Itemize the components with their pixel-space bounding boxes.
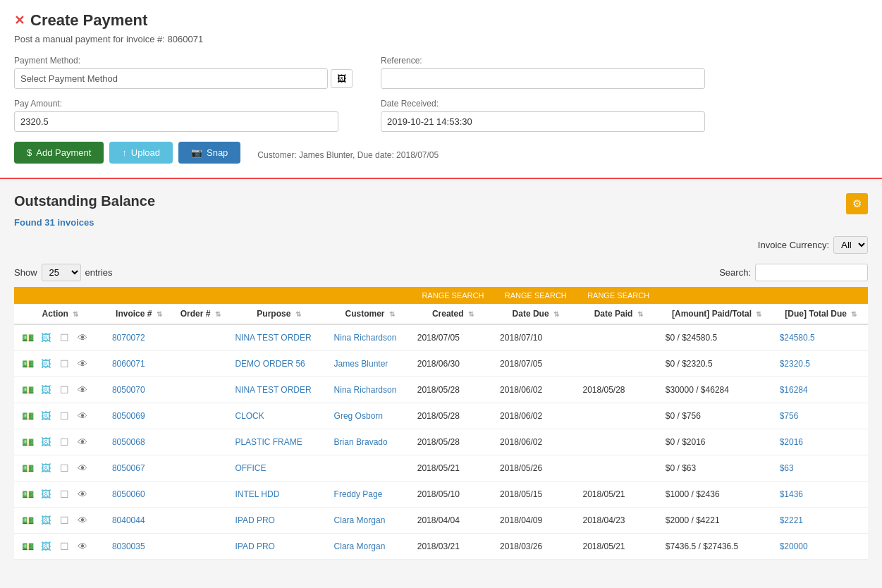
action-check-icon[interactable]: ☐ <box>56 539 72 554</box>
action-check-icon[interactable]: ☐ <box>56 513 72 528</box>
purpose-cell-link[interactable]: OFFICE <box>235 463 266 473</box>
action-view-icon[interactable]: 🖼 <box>38 486 54 502</box>
show-select[interactable]: 25 10 50 100 <box>42 264 81 281</box>
customer-cell[interactable]: Clara Morgan <box>329 508 412 534</box>
purpose-cell-link[interactable]: INTEL HDD <box>235 489 279 499</box>
total-due-cell-link[interactable]: $2221 <box>780 515 803 525</box>
purpose-cell-link[interactable]: IPAD PRO <box>235 541 274 551</box>
total-due-cell-link[interactable]: $2320.5 <box>780 359 810 369</box>
col-invoice[interactable]: Invoice # ⇅ <box>106 304 171 324</box>
customer-cell-link[interactable]: James Blunter <box>334 359 388 369</box>
total-due-cell-link[interactable]: $63 <box>780 463 794 473</box>
action-eye-icon[interactable]: 👁 <box>75 382 90 398</box>
invoice-cell[interactable]: 8030035 <box>106 534 171 560</box>
action-view-icon[interactable]: 🖼 <box>38 408 54 424</box>
customer-cell-link[interactable]: Freddy Page <box>334 489 383 499</box>
action-eye-icon[interactable]: 👁 <box>75 460 90 476</box>
invoice-cell[interactable]: 8050070 <box>106 377 171 403</box>
close-icon[interactable]: ✕ <box>14 13 25 28</box>
purpose-cell[interactable]: IPAD PRO <box>229 534 328 560</box>
purpose-cell[interactable]: INTEL HDD <box>229 482 328 508</box>
total-due-cell[interactable]: $756 <box>774 403 868 429</box>
purpose-cell[interactable]: CLOCK <box>229 403 328 429</box>
purpose-cell[interactable]: NINA TEST ORDER <box>229 377 328 403</box>
action-pay-icon[interactable]: 💵 <box>20 330 35 345</box>
invoice-cell[interactable]: 8050060 <box>106 482 171 508</box>
action-check-icon[interactable]: ☐ <box>56 486 72 502</box>
action-pay-icon[interactable]: 💵 <box>20 356 35 372</box>
invoice-cell[interactable]: 8050067 <box>106 455 171 482</box>
col-date-paid[interactable]: Date Paid ⇅ <box>577 304 659 324</box>
invoice-cell-link[interactable]: 8060071 <box>112 359 145 369</box>
purpose-cell[interactable]: IPAD PRO <box>229 508 328 534</box>
total-due-cell[interactable]: $16284 <box>774 377 868 403</box>
action-eye-icon[interactable]: 👁 <box>75 356 90 372</box>
invoice-cell[interactable]: 8040044 <box>106 508 171 534</box>
total-due-cell[interactable]: $2016 <box>774 429 868 455</box>
customer-cell[interactable]: James Blunter <box>329 351 412 377</box>
col-order[interactable]: Order # ⇅ <box>171 304 229 324</box>
customer-cell-link[interactable]: Brian Bravado <box>334 437 388 447</box>
customer-cell-link[interactable]: Nina Richardson <box>334 333 397 343</box>
purpose-cell[interactable]: DEMO ORDER 56 <box>229 351 328 377</box>
invoice-cell-link[interactable]: 8050070 <box>112 385 145 395</box>
action-view-icon[interactable]: 🖼 <box>38 434 54 450</box>
total-due-cell-link[interactable]: $20000 <box>780 541 808 551</box>
action-pay-icon[interactable]: 💵 <box>20 486 35 502</box>
action-view-icon[interactable]: 🖼 <box>38 513 54 528</box>
reference-input[interactable] <box>381 68 705 89</box>
purpose-cell-link[interactable]: PLASTIC FRAME <box>235 437 302 447</box>
purpose-cell-link[interactable]: CLOCK <box>235 411 264 421</box>
add-payment-button[interactable]: $ Add Payment <box>14 142 104 164</box>
invoice-cell[interactable]: 8050069 <box>106 403 171 429</box>
purpose-cell[interactable]: OFFICE <box>229 455 328 482</box>
pay-amount-input[interactable] <box>14 111 338 132</box>
action-eye-icon[interactable]: 👁 <box>75 434 90 450</box>
customer-cell-link[interactable]: Clara Morgan <box>334 541 386 551</box>
action-pay-icon[interactable]: 💵 <box>20 539 35 554</box>
action-view-icon[interactable]: 🖼 <box>38 539 54 554</box>
purpose-cell-link[interactable]: NINA TEST ORDER <box>235 385 311 395</box>
customer-cell[interactable]: Freddy Page <box>329 482 412 508</box>
customer-cell[interactable]: Greg Osborn <box>329 403 412 429</box>
purpose-cell-link[interactable]: IPAD PRO <box>235 515 274 525</box>
total-due-cell-link[interactable]: $2016 <box>780 437 803 447</box>
action-pay-icon[interactable]: 💵 <box>20 408 35 424</box>
invoice-cell[interactable]: 8070072 <box>106 324 171 351</box>
date-received-input[interactable] <box>381 111 705 132</box>
total-due-cell-link[interactable]: $756 <box>780 411 799 421</box>
action-view-icon[interactable]: 🖼 <box>38 460 54 476</box>
purpose-cell-link[interactable]: NINA TEST ORDER <box>235 333 311 343</box>
purpose-cell-link[interactable]: DEMO ORDER 56 <box>235 359 305 369</box>
action-check-icon[interactable]: ☐ <box>56 330 72 345</box>
col-customer[interactable]: Customer ⇅ <box>329 304 412 324</box>
action-pay-icon[interactable]: 💵 <box>20 434 35 450</box>
total-due-cell[interactable]: $1436 <box>774 482 868 508</box>
customer-cell[interactable]: Brian Bravado <box>329 429 412 455</box>
action-eye-icon[interactable]: 👁 <box>75 330 90 345</box>
action-view-icon[interactable]: 🖼 <box>38 330 54 345</box>
customer-cell-link[interactable]: Greg Osborn <box>334 411 383 421</box>
total-due-cell[interactable]: $24580.5 <box>774 324 868 351</box>
customer-cell[interactable]: Clara Morgan <box>329 534 412 560</box>
search-input[interactable] <box>755 264 868 281</box>
payment-method-select[interactable]: Select Payment Method <box>14 68 328 89</box>
col-created[interactable]: Created ⇅ <box>412 304 494 324</box>
customer-cell-link[interactable]: Clara Morgan <box>334 515 386 525</box>
invoice-cell[interactable]: 8050068 <box>106 429 171 455</box>
invoice-cell-link[interactable]: 8050060 <box>112 489 145 499</box>
total-due-cell[interactable]: $63 <box>774 455 868 482</box>
invoice-cell-link[interactable]: 8030035 <box>112 541 145 551</box>
invoice-cell-link[interactable]: 8050068 <box>112 437 145 447</box>
action-check-icon[interactable]: ☐ <box>56 460 72 476</box>
action-check-icon[interactable]: ☐ <box>56 434 72 450</box>
total-due-cell-link[interactable]: $24580.5 <box>780 333 815 343</box>
snap-button[interactable]: 📷 Snap <box>178 142 240 164</box>
invoice-cell-link[interactable]: 8050069 <box>112 411 145 421</box>
purpose-cell[interactable]: PLASTIC FRAME <box>229 429 328 455</box>
customer-cell-link[interactable]: Nina Richardson <box>334 385 397 395</box>
upload-button[interactable]: ↑ Upload <box>109 142 173 164</box>
action-view-icon[interactable]: 🖼 <box>38 382 54 398</box>
col-paid-total[interactable]: [Amount] Paid/Total ⇅ <box>660 304 774 324</box>
gear-button[interactable]: ⚙ <box>846 193 868 214</box>
